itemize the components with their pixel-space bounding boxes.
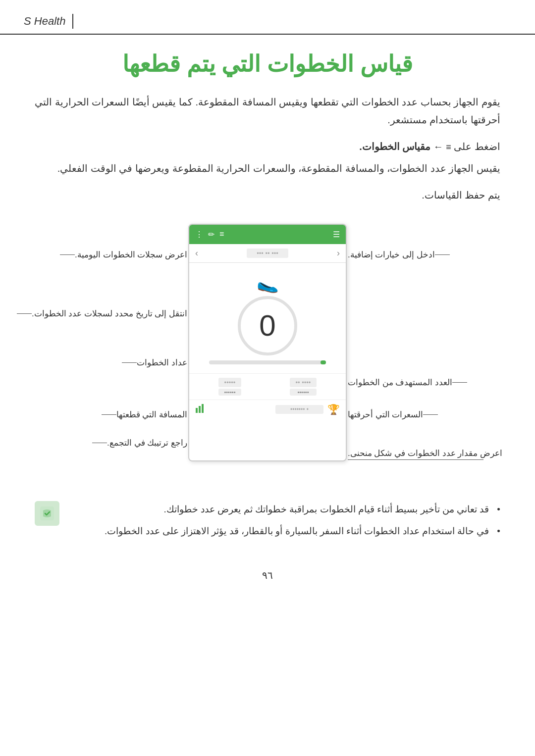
trophy-icon: 🏆 (327, 403, 340, 415)
distance-line (102, 414, 116, 415)
page-number: ٩٦ (35, 569, 500, 596)
page-main-heading: قياس الخطوات التي يتم قطعها (35, 50, 500, 79)
note-bullet-1: • قد تعاني من تأخير بسيط أثناء قيام الخط… (67, 501, 500, 518)
phone-trophy-row: 🏆 • ••••••• (189, 400, 346, 419)
calories-label: السعرات التي أحرقتها (348, 409, 423, 420)
phone-mockup: ☰ ≡ ✏ ⋮ ‹ ••• •• ••• › 🥿 (188, 224, 347, 461)
note-bullet-2: • في حالة استخدام عداد الخطوات أثناء الس… (67, 523, 500, 540)
edit-icon: ✏ (208, 230, 214, 239)
chart-icon (195, 403, 206, 416)
menu-icon-text: ≡ (446, 139, 451, 155)
step-counter-label: عداد الخطوات (137, 357, 187, 368)
daily-logs-label: اعرض سجلات الخطوات اليومية. (75, 250, 187, 260)
circle-gauge: 0 (238, 296, 297, 355)
phone-stats-row: •••• •• •••••• ••••• •••••• (189, 373, 346, 400)
extra-options-label: ادخل إلى خيارات إضافية. (348, 250, 435, 260)
step-counter-line (122, 362, 137, 363)
instruction-3: يتم حفظ القياسات. (35, 186, 500, 204)
step-counter-area: 🥿 0 (189, 263, 346, 373)
annotation-target-steps: العدد المستهدف من الخطوات (348, 377, 470, 388)
screenshot-section: ☰ ≡ ✏ ⋮ ‹ ••• •• ••• › 🥿 (35, 224, 500, 481)
annotation-chart: اعرض مقدار عدد الخطوات في شكل منحنى. (348, 448, 486, 460)
stat-calories: ••••• •••••• (218, 378, 242, 396)
header-divider (72, 14, 73, 29)
circle-gauge-inner: 0 (241, 299, 294, 353)
note-text-block: • قد تعاني من تأخير بسيط أثناء قيام الخط… (67, 501, 500, 545)
step-number-display: 0 (259, 308, 275, 343)
note-2-text: في حالة استخدام عداد الخطوات أثناء السفر… (105, 526, 489, 536)
dots-icon: ⋮ (195, 230, 203, 239)
shoe-icon: 🥿 (194, 273, 341, 294)
annotation-distance: المسافة التي قطعتها (99, 409, 187, 420)
calories-line (423, 414, 438, 415)
ranking-line (92, 443, 107, 443)
phone-topbar: ☰ ≡ ✏ ⋮ (189, 225, 346, 244)
note-1-text: قد تعاني من تأخير بسيط أثناء قيام الخطوا… (164, 504, 489, 514)
navigate-date-label: انتقل إلى تاريخ محدد لسجلات عدد الخطوات. (32, 308, 187, 320)
distance-value: •••• •• (290, 378, 317, 387)
phone-navbar: ‹ ••• •• ••• › (189, 244, 346, 263)
trophy-text-display: • ••••••• (275, 405, 323, 414)
bullet-1-marker: • (492, 504, 500, 514)
nav-date-display: ••• •• ••• (247, 249, 288, 258)
svg-rect-2 (202, 404, 204, 413)
distance-label: المسافة التي قطعتها (116, 409, 187, 420)
nav-arrow-left: ‹ (337, 248, 340, 258)
intro-paragraph: يقوم الجهاز بحساب عدد الخطوات التي تقطعه… (35, 93, 500, 129)
topbar-right-icons: ≡ ✏ ⋮ (195, 230, 224, 239)
page-header: S Health (0, 0, 535, 35)
annotation-calories: السعرات التي أحرقتها (348, 409, 441, 420)
annotation-navigate-date: انتقل إلى تاريخ محدد لسجلات عدد الخطوات. (39, 308, 187, 320)
hamburger-icon: ☰ (333, 230, 340, 239)
note-section: • قد تعاني من تأخير بسيط أثناء قيام الخط… (35, 501, 500, 545)
annotation-ranking: راجع ترتيبك في التجمع. (89, 438, 187, 448)
target-progress-bar (209, 360, 326, 364)
note-icon-box (35, 501, 59, 526)
distance-sublabel: •••••• (290, 389, 317, 396)
annotation-step-counter: عداد الخطوات (119, 357, 187, 368)
daily-logs-line (60, 254, 75, 255)
target-steps-label: العدد المستهدف من الخطوات (348, 377, 452, 388)
instruction-1-prefix: اضغط على (451, 141, 500, 152)
header-title: S Health (24, 15, 65, 28)
extra-options-line (435, 254, 450, 255)
list-icon: ≡ (219, 230, 224, 239)
page-content: قياس الخطوات التي يتم قطعها يقوم الجهاز … (0, 50, 535, 616)
instruction-1-suffix: ← مقياس الخطوات. (359, 141, 443, 152)
target-progress-fill (321, 360, 326, 364)
bullet-2-marker: • (492, 526, 500, 536)
instruction-1: اضغط على ≡ ← مقياس الخطوات. (35, 138, 500, 155)
nav-arrow-right: › (195, 248, 198, 258)
topbar-left-icons: ☰ (333, 230, 340, 239)
ranking-label: راجع ترتيبك في التجمع. (107, 438, 187, 448)
navigate-date-line (17, 313, 32, 314)
svg-rect-0 (196, 408, 198, 413)
svg-rect-1 (199, 406, 201, 413)
chart-label: اعرض مقدار عدد الخطوات في شكل منحنى. (348, 448, 502, 459)
annotation-daily-logs: اعرض سجلات الخطوات اليومية. (57, 250, 187, 260)
stat-distance: •••• •• •••••• (290, 378, 317, 396)
annotation-extra-options: ادخل إلى خيارات إضافية. (348, 250, 453, 260)
calories-sublabel: •••••• (218, 389, 242, 396)
target-steps-line (452, 382, 467, 383)
calories-value: ••••• (218, 378, 242, 387)
instruction-2: يقيس الجهاز عدد الخطوات، والمسافة المقطو… (35, 159, 500, 177)
chart-line (348, 459, 483, 460)
